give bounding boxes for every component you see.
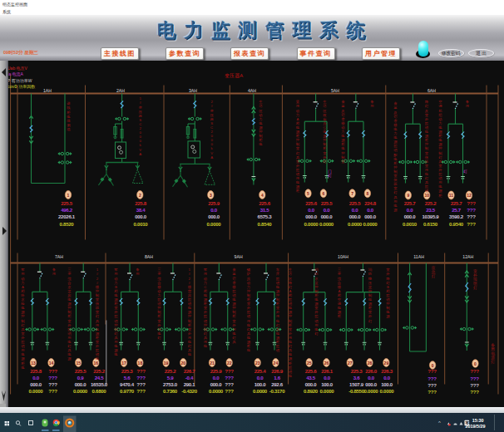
svg-text:-0.4: -0.4 — [185, 375, 194, 380]
svg-text:4: 4 — [261, 192, 264, 197]
svg-text:0.0: 0.0 — [368, 375, 374, 380]
svg-text:27: 27 — [348, 360, 353, 365]
svg-text:用: 用 — [136, 272, 139, 276]
svg-text:0.8520: 0.8520 — [60, 220, 75, 226]
svg-text:???: ??? — [427, 375, 437, 380]
svg-text:0.0: 0.0 — [407, 207, 413, 213]
svg-text:16: 16 — [94, 360, 99, 365]
svg-text:225.2: 225.2 — [425, 199, 437, 205]
svg-text:496.2: 496.2 — [61, 207, 73, 213]
svg-text:电: 电 — [289, 373, 293, 377]
svg-text:变压器A: 变压器A — [225, 71, 243, 78]
svg-text:25: 25 — [307, 360, 312, 365]
svg-text:15: 15 — [76, 360, 81, 365]
svg-text:7AH: 7AH — [55, 254, 63, 259]
svg-text:18: 18 — [138, 360, 143, 365]
svg-text:灯: 灯 — [314, 331, 319, 335]
svg-text:5: 5 — [307, 191, 309, 196]
svg-text:0.0000: 0.0000 — [304, 220, 319, 226]
svg-text:26: 26 — [324, 360, 329, 365]
svg-text:室: 室 — [341, 159, 345, 163]
svg-text:3AH: 3AH — [189, 87, 197, 92]
svg-text:2: 2 — [139, 192, 141, 197]
svg-text:22: 22 — [227, 360, 232, 365]
svg-text:P 有功功率W: P 有功功率W — [7, 77, 32, 82]
svg-text:22026.1: 22026.1 — [58, 214, 76, 219]
svg-text:0.0: 0.0 — [324, 375, 330, 380]
svg-text:明: 明 — [276, 348, 279, 352]
svg-text:0.7360: 0.7360 — [163, 388, 178, 394]
svg-text:???: ??? — [136, 381, 146, 387]
svg-text:???: ??? — [467, 207, 476, 213]
svg-text:???: ??? — [427, 381, 437, 387]
svg-text:Uab 电压V: Uab 电压V — [7, 65, 28, 70]
svg-text:225.4: 225.4 — [254, 367, 267, 373]
svg-text:23: 23 — [255, 360, 260, 365]
svg-text:0.0000: 0.0000 — [363, 220, 378, 226]
svg-text:3590.2: 3590.2 — [449, 214, 464, 219]
svg-text:灯: 灯 — [491, 359, 495, 364]
svg-text:0.0000: 0.0000 — [364, 388, 379, 394]
svg-text:000.0: 000.0 — [349, 214, 362, 219]
svg-text:1507.9: 1507.9 — [349, 381, 364, 387]
svg-text:225.7: 225.7 — [404, 199, 417, 205]
svg-text:11AH: 11AH — [413, 254, 424, 259]
svg-text:000.0: 000.0 — [210, 381, 223, 387]
svg-text:0.8920: 0.8920 — [304, 388, 319, 394]
svg-text:3.6: 3.6 — [353, 375, 360, 380]
svg-text:24.5: 24.5 — [95, 375, 105, 380]
svg-text:???: ??? — [427, 388, 437, 394]
svg-text:0.0000: 0.0000 — [207, 220, 222, 226]
svg-text:源: 源 — [393, 207, 398, 211]
svg-text:14: 14 — [49, 360, 54, 365]
svg-text:电: 电 — [204, 344, 208, 348]
svg-text:5AH: 5AH — [331, 87, 339, 92]
svg-text:13: 13 — [31, 360, 36, 365]
svg-text:???: ??? — [225, 375, 234, 380]
svg-text:225.3: 225.3 — [351, 367, 363, 373]
svg-text:明: 明 — [425, 189, 428, 193]
svg-text:225.5: 225.5 — [61, 199, 73, 205]
svg-text:226.7: 226.7 — [184, 367, 196, 373]
svg-text:柜: 柜 — [296, 189, 300, 193]
svg-text:0: 0 — [474, 361, 477, 366]
svg-text:17: 17 — [121, 360, 126, 365]
svg-text:28: 28 — [368, 360, 373, 365]
svg-text:A: A — [210, 155, 213, 159]
svg-text:0.0010: 0.0010 — [134, 220, 149, 226]
svg-text:23.5: 23.5 — [426, 207, 436, 213]
svg-text:000.0: 000.0 — [135, 214, 147, 219]
svg-text:21: 21 — [210, 360, 215, 365]
svg-text:???: ??? — [48, 375, 57, 380]
svg-text:柜: 柜 — [338, 314, 342, 318]
svg-text:???: ??? — [48, 388, 57, 394]
svg-text:225.7: 225.7 — [451, 199, 463, 205]
svg-text:0.0: 0.0 — [352, 207, 358, 213]
svg-text:225.9: 225.9 — [208, 199, 220, 205]
svg-text:-0.4320: -0.4320 — [181, 388, 197, 394]
svg-text:???: ??? — [48, 381, 57, 387]
svg-text:2AH: 2AH — [116, 87, 125, 92]
svg-text:0.0: 0.0 — [367, 207, 373, 213]
svg-text:15:30: 15:30 — [472, 418, 484, 423]
svg-text:4AH: 4AH — [248, 87, 256, 92]
svg-text:0.0: 0.0 — [210, 207, 217, 213]
svg-text:???: ??? — [136, 375, 146, 380]
svg-text:1AH: 1AH — [43, 87, 52, 92]
svg-text:cosΦ 功率因数: cosΦ 功率因数 — [7, 84, 35, 90]
svg-text:灯: 灯 — [157, 335, 161, 339]
svg-text:0.0: 0.0 — [32, 375, 39, 380]
svg-text:用: 用 — [466, 104, 469, 108]
svg-text:1: 1 — [67, 192, 70, 197]
svg-text:38.4: 38.4 — [136, 207, 146, 213]
svg-text:12: 12 — [467, 193, 472, 198]
svg-text:226.1: 226.1 — [321, 367, 334, 373]
svg-text:灯: 灯 — [323, 159, 327, 163]
svg-text:8AH: 8AH — [145, 254, 153, 259]
svg-text:用: 用 — [52, 272, 56, 276]
svg-text:电: 电 — [188, 352, 192, 356]
svg-text:0.0: 0.0 — [324, 207, 330, 213]
svg-text:电: 电 — [247, 348, 251, 352]
svg-text:电: 电 — [114, 352, 118, 356]
svg-text:225.2: 225.2 — [93, 367, 106, 373]
